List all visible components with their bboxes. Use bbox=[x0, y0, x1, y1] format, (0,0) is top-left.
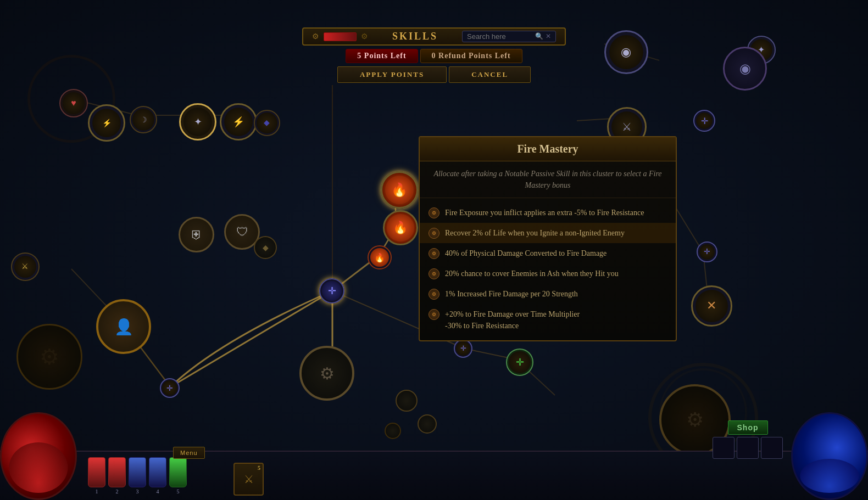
mastery-option-5[interactable]: ⚙ 1% Increased Fire Damage per 20 Streng… bbox=[420, 284, 676, 304]
mastery-tooltip: Fire Mastery Allocate after taking a Not… bbox=[419, 136, 677, 341]
search-bar[interactable]: 🔍 ✕ bbox=[462, 31, 556, 42]
center-node[interactable]: ✛ bbox=[319, 278, 344, 304]
search-input[interactable] bbox=[467, 32, 533, 41]
mana-orb bbox=[791, 412, 868, 500]
skills-header: ⚙ ⚙ Skills 🔍 ✕ 5 Points Left 0 Refund Po… bbox=[302, 27, 566, 83]
mastery-option-icon-4: ⚙ bbox=[429, 268, 439, 279]
fire-node-main[interactable]: 🔥 bbox=[381, 171, 418, 209]
mastery-title: Fire Mastery bbox=[517, 143, 578, 155]
cancel-button[interactable]: Cancel bbox=[449, 66, 531, 83]
node-mid-1[interactable]: ◆ bbox=[254, 110, 280, 136]
flask-4[interactable] bbox=[149, 457, 166, 487]
character-node[interactable]: 👤 bbox=[96, 299, 151, 354]
flask-num-5: 5 bbox=[177, 488, 180, 495]
skills-title-bar: ⚙ ⚙ Skills 🔍 ✕ bbox=[302, 27, 566, 46]
mastery-option-1[interactable]: ⚙ Fire Exposure you inflict applies an e… bbox=[420, 203, 676, 223]
flask-5[interactable] bbox=[169, 457, 187, 487]
node-topleft-3[interactable]: ☽ bbox=[130, 106, 157, 133]
mastery-options: ⚙ Fire Exposure you inflict applies an e… bbox=[420, 198, 676, 340]
life-orb bbox=[0, 412, 77, 500]
mastery-option-6[interactable]: ⚙ +20% to Fire Damage over Time Multipli… bbox=[420, 304, 676, 336]
mastery-option-icon-3: ⚙ bbox=[429, 248, 439, 259]
skills-title: Skills bbox=[392, 31, 438, 42]
mastery-option-icon-6: ⚙ bbox=[429, 309, 439, 320]
mastery-option-text-1: Fire Exposure you inflict applies an ext… bbox=[445, 207, 644, 218]
node-right-large[interactable]: ✕ bbox=[691, 285, 732, 327]
close-icon[interactable]: ✕ bbox=[546, 32, 551, 41]
bottom-cross-node[interactable]: ✛ bbox=[454, 339, 472, 358]
node-br-2[interactable] bbox=[418, 414, 437, 434]
bottom-center-node[interactable]: ⚙ bbox=[299, 346, 354, 401]
gear-icon-mid: ⚙ bbox=[361, 32, 368, 41]
shop-area: Shop bbox=[713, 420, 783, 459]
mastery-option-icon-1: ⚙ bbox=[429, 207, 439, 218]
points-bar: 5 Points Left 0 Refund Points Left bbox=[346, 49, 522, 63]
node-topleft-thunder[interactable]: ⚡ bbox=[220, 103, 257, 141]
node-tr-3[interactable]: ◉ bbox=[723, 47, 767, 91]
mastery-option-2[interactable]: ⚙ Recover 2% of Life when you Ignite a n… bbox=[420, 223, 676, 243]
points-left-badge: 5 Points Left bbox=[346, 49, 418, 63]
flask-num-1: 1 bbox=[96, 488, 98, 495]
mastery-option-icon-5: ⚙ bbox=[429, 289, 439, 300]
inventory-slot-3[interactable] bbox=[761, 437, 783, 459]
inventory-slot-2[interactable] bbox=[737, 437, 759, 459]
mastery-option-text-4: 20% chance to cover Enemies in Ash when … bbox=[445, 268, 619, 279]
flask-3[interactable] bbox=[129, 457, 146, 487]
mastery-title-bar: Fire Mastery bbox=[420, 137, 676, 161]
action-buttons: Apply Points Cancel bbox=[337, 66, 531, 83]
node-topleft-2[interactable]: ⚡ bbox=[88, 104, 125, 142]
mastery-subtitle: Allocate after taking a Notable Passive … bbox=[420, 161, 676, 198]
flasks-container: 1 2 3 4 5 bbox=[88, 457, 187, 495]
inventory-slot-1[interactable] bbox=[713, 437, 735, 459]
flask-num-4: 4 bbox=[157, 488, 159, 495]
refund-points-badge: 0 Refund Points Left bbox=[420, 49, 522, 63]
mastery-option-4[interactable]: ⚙ 20% chance to cover Enemies in Ash whe… bbox=[420, 263, 676, 284]
mastery-option-text-2: Recover 2% of Life when you Ignite a non… bbox=[445, 227, 625, 239]
node-right-cross-1[interactable]: ✛ bbox=[697, 241, 717, 262]
mastery-option-3[interactable]: ⚙ 40% of Physical Damage Converted to Fi… bbox=[420, 243, 676, 263]
menu-button[interactable]: Menu bbox=[173, 447, 205, 459]
flask-2[interactable] bbox=[108, 457, 126, 487]
mastery-option-text-3: 40% of Physical Damage Converted to Fire… bbox=[445, 248, 607, 259]
gear-icon-left: ⚙ bbox=[312, 32, 319, 41]
small-node-mid[interactable]: ◆ bbox=[254, 236, 277, 259]
green-cross-node[interactable]: ✛ bbox=[506, 349, 533, 376]
mastery-option-icon-2: ⚙ bbox=[429, 228, 439, 239]
gear-node-left: ⚙ bbox=[16, 324, 82, 390]
flask-1[interactable] bbox=[88, 457, 105, 487]
fire-node-small[interactable]: 🔥 bbox=[368, 245, 392, 269]
node-topleft-large[interactable]: ✦ bbox=[179, 103, 216, 141]
skill-quick-slot[interactable]: ⚔ 5 bbox=[233, 463, 264, 496]
search-icon: 🔍 bbox=[535, 32, 543, 41]
flask-num-3: 3 bbox=[136, 488, 139, 495]
left-mid-1[interactable]: ⚔ bbox=[11, 252, 40, 281]
helmet-node[interactable]: ⛨ bbox=[179, 217, 214, 252]
fire-node-2[interactable]: 🔥 bbox=[383, 210, 418, 245]
node-topleft-1[interactable]: ♥ bbox=[59, 89, 88, 117]
cross-node-bl[interactable]: ✛ bbox=[160, 378, 180, 398]
node-topright-cross[interactable]: ✛ bbox=[693, 110, 715, 132]
node-br-1[interactable] bbox=[396, 390, 418, 412]
node-br-3[interactable] bbox=[385, 423, 401, 439]
mastery-option-text-5: 1% Increased Fire Damage per 20 Strength bbox=[445, 288, 578, 300]
node-topright-large[interactable]: ◉ bbox=[604, 30, 648, 74]
flask-num-2: 2 bbox=[116, 488, 119, 495]
mastery-option-text-6: +20% to Fire Damage over Time Multiplier… bbox=[445, 308, 580, 332]
apply-points-button[interactable]: Apply Points bbox=[337, 66, 447, 83]
shop-button[interactable]: Shop bbox=[728, 420, 768, 435]
